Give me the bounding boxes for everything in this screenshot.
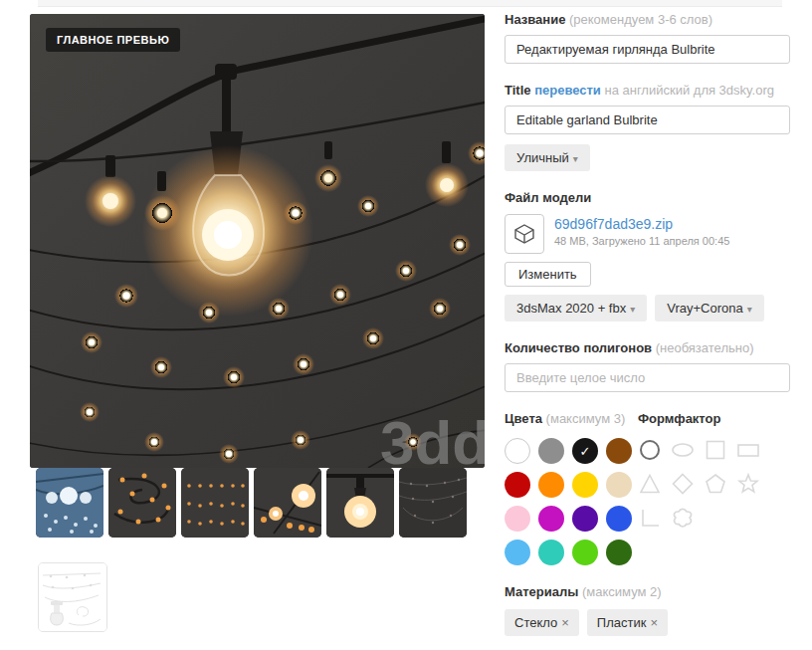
render-dropdown[interactable]: Vray+Corona▾ — [655, 295, 764, 322]
title-input[interactable] — [505, 106, 790, 134]
category-dropdown[interactable]: Уличный▾ — [505, 144, 590, 171]
main-preview-badge: ГЛАВНОЕ ПРЕВЬЮ — [46, 28, 180, 52]
formfactor-triangle-icon[interactable] — [638, 472, 662, 496]
formfactor-pentagon-icon[interactable] — [704, 472, 727, 496]
material-tag-label: Пластик — [597, 615, 647, 630]
color-swatch-blue[interactable] — [606, 506, 632, 532]
formfactor-angle-icon[interactable] — [638, 506, 662, 530]
polygons-field-label: Количество полигонов (необязательно) — [505, 340, 791, 355]
cube-icon — [505, 214, 544, 254]
thumbnail-3[interactable] — [181, 468, 249, 538]
name-input[interactable] — [505, 35, 790, 64]
color-swatch-black[interactable]: ✓ — [572, 438, 598, 464]
model-file-meta: 48 МВ, Загружено 11 апреля 00:45 — [554, 235, 729, 247]
format-dropdown[interactable]: 3dsMax 2020 + fbx▾ — [505, 295, 647, 322]
color-swatch-red[interactable] — [505, 472, 530, 498]
color-swatch-dark-green[interactable] — [606, 540, 632, 565]
main-preview-image: 3ddd ГЛАВНОЕ ПРЕВЬЮ — [30, 14, 485, 468]
color-swatch-grid: ✓ — [505, 438, 638, 565]
file-section-label: Файл модели — [505, 190, 791, 205]
formfactor-star-icon[interactable] — [736, 472, 760, 496]
top-strip — [38, 0, 782, 7]
materials-section-label: Материалы (максимум 2) — [505, 584, 791, 599]
material-tags: Стекло×Пластик× — [505, 609, 791, 636]
color-swatch-sky-blue[interactable] — [505, 540, 530, 565]
thumbnail-6[interactable] — [399, 468, 467, 538]
color-swatch-white[interactable] — [505, 438, 530, 464]
remove-icon[interactable]: × — [561, 615, 569, 630]
thumbnail-2[interactable] — [108, 468, 176, 538]
formfactor-blob-icon[interactable] — [671, 506, 695, 530]
color-swatch-yellow[interactable] — [572, 472, 598, 498]
formfactor-grid — [638, 438, 760, 530]
check-icon: ✓ — [572, 438, 598, 464]
color-swatch-beige[interactable] — [606, 472, 632, 498]
color-swatch-lime[interactable] — [572, 540, 598, 565]
formfactor-square-icon[interactable] — [704, 438, 727, 462]
formfactor-circle-icon[interactable] — [638, 438, 662, 462]
formfactor-rectangle-icon[interactable] — [736, 438, 760, 462]
thumbnail-4[interactable] — [254, 468, 321, 538]
material-tag[interactable]: Стекло× — [505, 609, 579, 636]
chevron-down-icon: ▾ — [747, 304, 752, 315]
thumbnail-1-selected[interactable] — [36, 468, 103, 538]
colors-section-label: Цвета (максимум 3) — [505, 411, 638, 426]
thumbnail-strip — [36, 468, 467, 538]
color-swatch-purple[interactable] — [572, 506, 598, 532]
translate-link[interactable]: перевести — [534, 83, 601, 98]
formfactor-ellipse-icon[interactable] — [671, 438, 695, 462]
color-swatch-brown[interactable] — [606, 438, 632, 464]
color-swatch-orange[interactable] — [538, 472, 564, 498]
thumbnail-sketch[interactable] — [38, 562, 107, 632]
material-tag[interactable]: Пластик× — [587, 609, 668, 636]
formfactor-section-label: Формфактор — [638, 411, 760, 426]
color-swatch-pink[interactable] — [505, 506, 530, 532]
model-file-link[interactable]: 69d96f7dad3e9.zip — [554, 216, 729, 232]
remove-icon[interactable]: × — [650, 615, 658, 630]
watermark-3ddd: 3ddd — [380, 408, 485, 468]
garland-render: 3ddd — [30, 14, 485, 468]
title-field-label: Title перевести на английский для 3dsky.… — [505, 83, 791, 98]
color-swatch-turquoise[interactable] — [538, 540, 564, 565]
name-field-label: Название (рекомендуем 3-6 слов) — [505, 12, 791, 27]
color-swatch-gray[interactable] — [538, 438, 564, 464]
thumbnail-5[interactable] — [326, 468, 394, 538]
model-file-row: 69d96f7dad3e9.zip 48 МВ, Загружено 11 ап… — [505, 214, 791, 254]
change-file-button[interactable]: Изменить — [505, 262, 591, 287]
formfactor-diamond-icon[interactable] — [671, 472, 695, 496]
chevron-down-icon: ▾ — [630, 304, 635, 315]
polygons-input[interactable] — [505, 363, 790, 392]
color-swatch-magenta[interactable] — [538, 506, 564, 532]
chevron-down-icon: ▾ — [573, 153, 578, 164]
upload-form-panel: Название (рекомендуем 3-6 слов) Title пе… — [505, 12, 791, 650]
material-tag-label: Стекло — [514, 615, 557, 630]
